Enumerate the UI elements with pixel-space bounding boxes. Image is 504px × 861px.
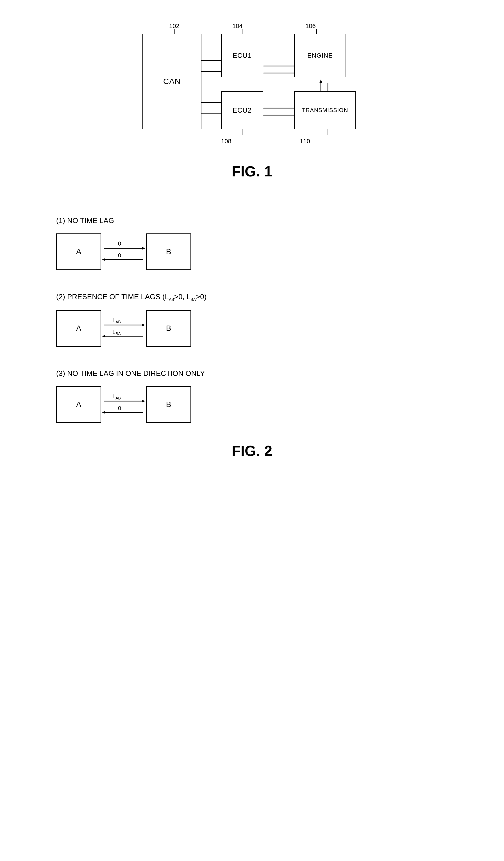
section1-arrow1-label: 0 bbox=[118, 241, 121, 247]
section3-arrow1-label: LAB bbox=[112, 393, 121, 400]
svg-marker-28 bbox=[102, 258, 105, 261]
fig1-container: 102 104 106 108 110 bbox=[23, 17, 481, 191]
fig2-title: FIG. 2 bbox=[232, 442, 272, 459]
svg-marker-32 bbox=[102, 335, 105, 338]
section1-diagram: A 0 0 B bbox=[56, 233, 191, 270]
ecu2-box: ECU2 bbox=[221, 91, 263, 129]
section3-box-a: A bbox=[56, 386, 101, 423]
section1-box-a: A bbox=[56, 233, 101, 270]
section3-title: (3) NO TIME LAG IN ONE DIRECTION ONLY bbox=[56, 369, 205, 378]
section3-arrows: LAB 0 bbox=[101, 393, 146, 416]
section3-arrow2-label: 0 bbox=[118, 405, 121, 411]
ref-108: 108 bbox=[221, 138, 231, 145]
section2-title: (2) PRESENCE OF TIME LAGS (LAB>0, LBA>0) bbox=[56, 292, 206, 302]
fig1-title: FIG. 1 bbox=[232, 163, 272, 180]
engine-box: ENGINE bbox=[294, 34, 346, 77]
svg-marker-36 bbox=[102, 411, 105, 414]
ref-104: 104 bbox=[232, 23, 243, 30]
fig2-container: (1) NO TIME LAG A 0 0 B (2) PRESENCE OF bbox=[23, 208, 481, 437]
ref-110: 110 bbox=[300, 138, 310, 145]
transmission-box: TRANSMISSION bbox=[294, 91, 356, 129]
section2-diagram: A LAB LBA B bbox=[56, 310, 191, 347]
section2-arrow1-label: LAB bbox=[112, 317, 121, 324]
ecu1-box: ECU1 bbox=[221, 34, 263, 77]
section2-box-a: A bbox=[56, 310, 101, 347]
section1-arrows: 0 0 bbox=[101, 241, 146, 263]
page: 102 104 106 108 110 bbox=[0, 0, 504, 861]
ref-106: 106 bbox=[305, 23, 316, 30]
section3-diagram: A LAB 0 B bbox=[56, 386, 191, 423]
section2-arrow2-label: LBA bbox=[112, 329, 121, 336]
svg-marker-30 bbox=[142, 324, 145, 326]
section2-box-b: B bbox=[146, 310, 191, 347]
svg-marker-34 bbox=[142, 400, 145, 402]
fig1-diagram: 102 104 106 108 110 bbox=[126, 17, 378, 152]
ref-102: 102 bbox=[169, 23, 179, 30]
section3-svg: LAB 0 bbox=[101, 393, 146, 416]
section2-arrows: LAB LBA bbox=[101, 317, 146, 340]
can-box: CAN bbox=[142, 34, 202, 129]
section2-svg: LAB LBA bbox=[101, 317, 146, 340]
section3-box-b: B bbox=[146, 386, 191, 423]
section1-arrow2-label: 0 bbox=[118, 252, 121, 258]
svg-marker-26 bbox=[142, 247, 145, 250]
svg-marker-24 bbox=[319, 80, 322, 83]
section1-box-b: B bbox=[146, 233, 191, 270]
section1-title: (1) NO TIME LAG bbox=[56, 216, 114, 225]
section1-svg: 0 0 bbox=[101, 241, 146, 263]
